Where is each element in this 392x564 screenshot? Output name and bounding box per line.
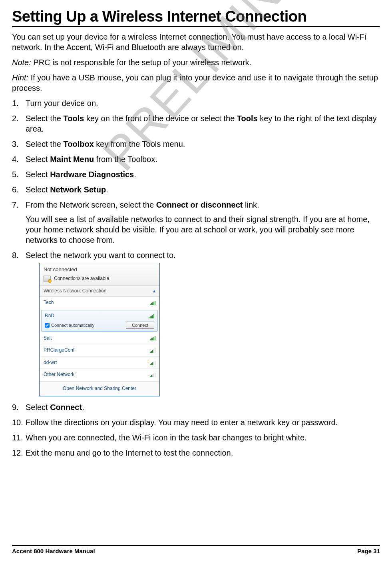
network-popup: Not connected Connections are available … xyxy=(39,263,160,396)
network-item-ddwrt[interactable]: dd-wrt xyxy=(40,357,159,369)
intro-paragraph: You can set up your device for a wireles… xyxy=(12,32,380,52)
hint-label: Hint: xyxy=(12,73,28,82)
connect-auto-checkbox[interactable]: Connect automatically xyxy=(45,322,94,328)
hint-paragraph: Hint: If you have a USB mouse, you can p… xyxy=(12,72,380,93)
signal-icon xyxy=(150,300,155,305)
network-item-rnd-selected[interactable]: RnD Connect automatically Connect xyxy=(41,310,158,332)
open-network-center-link[interactable]: Open Network and Sharing Center xyxy=(40,381,159,396)
note-paragraph: Note: PRC is not responsible for the set… xyxy=(12,57,380,68)
step-3: Select the Toolbox key from the Tools me… xyxy=(12,139,380,149)
step-12: Exit the menu and go to the Internet to … xyxy=(12,448,380,458)
note-text: PRC is not responsible for the setup of … xyxy=(31,58,251,67)
step-7-sub: You will see a list of available network… xyxy=(26,214,380,245)
network-item-other[interactable]: Other Network xyxy=(40,369,159,381)
network-item-salt[interactable]: Salt xyxy=(40,332,159,345)
network-item-tech[interactable]: Tech xyxy=(40,297,159,309)
popup-status-title: Not connected xyxy=(44,266,155,273)
page-footer: Accent 800 Hardware Manual Page 31 xyxy=(12,545,380,554)
signal-icon xyxy=(150,372,155,377)
signal-icon xyxy=(150,348,155,353)
signal-warn-icon xyxy=(150,360,155,365)
step-6: Select Network Setup. xyxy=(12,184,380,195)
network-item-prclargeconf[interactable]: PRClargeConf xyxy=(40,344,159,357)
connect-button[interactable]: Connect xyxy=(126,322,154,329)
footer-left: Accent 800 Hardware Manual xyxy=(12,548,95,554)
step-8: Select the network you want to connect t… xyxy=(12,250,380,396)
note-label: Note: xyxy=(12,58,31,67)
popup-status-sub: Connections are available xyxy=(54,276,109,282)
step-9: Select Connect. xyxy=(12,402,380,412)
step-7: From the Network screen, select the Conn… xyxy=(12,200,380,245)
popup-section-header[interactable]: Wireless Network Connection ▴ xyxy=(40,286,159,297)
steps-list: Turn your device on. Select the Tools ke… xyxy=(12,98,380,458)
network-status-icon xyxy=(44,276,51,282)
popup-header: Not connected Connections are available xyxy=(40,263,159,286)
footer-right: Page 31 xyxy=(357,548,380,554)
page-title: Setting Up a Wireless Internet Connectio… xyxy=(12,8,380,25)
step-11: When you are connected, the Wi-Fi icon i… xyxy=(12,432,380,443)
step-4: Select Maint Menu from the Toolbox. xyxy=(12,154,380,164)
hint-text: If you have a USB mouse, you can plug it… xyxy=(12,73,378,92)
chevron-up-icon: ▴ xyxy=(153,288,155,294)
title-rule xyxy=(12,26,380,27)
step-2: Select the Tools key on the front of the… xyxy=(12,113,380,134)
step-1: Turn your device on. xyxy=(12,98,380,108)
signal-icon xyxy=(149,314,154,318)
signal-icon xyxy=(150,336,155,340)
step-5: Select Hardware Diagnostics. xyxy=(12,169,380,180)
step-10: Follow the directions on your display. Y… xyxy=(12,417,380,428)
